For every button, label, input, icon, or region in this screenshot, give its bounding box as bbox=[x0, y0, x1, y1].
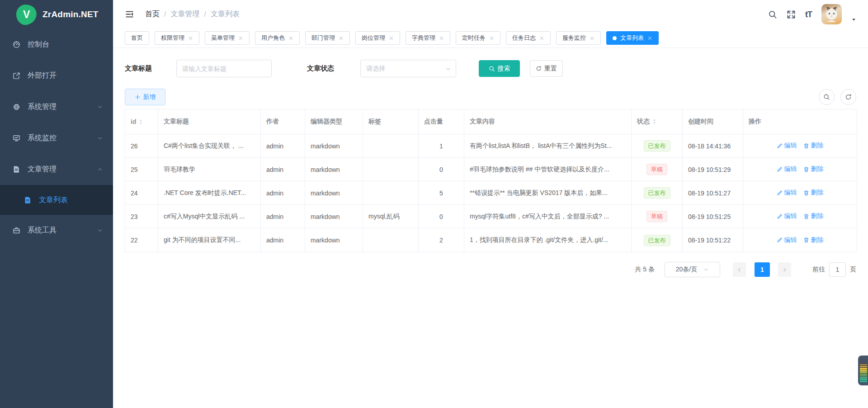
close-icon[interactable] bbox=[339, 36, 344, 41]
goto-page-input[interactable] bbox=[829, 262, 846, 277]
cell-title: c#写入Mysql中文显示乱码 ... bbox=[158, 205, 261, 228]
page-size-select[interactable]: 20条/页 bbox=[665, 262, 720, 277]
tab-scheduled-task[interactable]: 定时任务 bbox=[456, 31, 500, 45]
cell-title: git 为不同的项目设置不同... bbox=[158, 228, 261, 252]
chevron-down-icon bbox=[97, 135, 103, 141]
tab-label: 用户角色 bbox=[261, 34, 285, 42]
sidebar-item-article-management[interactable]: 文章管理 bbox=[0, 154, 113, 185]
cell-content: 有两个list,listA 和listB， listA中有三个属性列为St... bbox=[464, 134, 632, 158]
show-search-button[interactable] bbox=[819, 89, 835, 105]
edit-link[interactable]: 编辑 bbox=[777, 189, 797, 197]
tab-user-role[interactable]: 用户角色 bbox=[255, 31, 300, 45]
article-status-select[interactable]: 请选择 bbox=[360, 60, 456, 77]
user-avatar[interactable] bbox=[821, 4, 842, 24]
sidebar-item-system-tools[interactable]: 系统工具 bbox=[0, 215, 113, 246]
sidebar-collapse-icon[interactable] bbox=[125, 9, 134, 19]
trash-icon bbox=[803, 190, 809, 196]
close-icon[interactable] bbox=[188, 36, 193, 41]
edit-link[interactable]: 编辑 bbox=[777, 165, 797, 173]
tab-permission-management[interactable]: 权限管理 bbox=[155, 31, 199, 45]
tab-home[interactable]: 首页 bbox=[125, 31, 149, 45]
article-title-input[interactable] bbox=[176, 60, 272, 77]
cell-tags bbox=[363, 181, 419, 205]
close-icon[interactable] bbox=[590, 36, 594, 41]
cell-id: 22 bbox=[125, 228, 158, 252]
cell-actions: 编辑删除 bbox=[743, 158, 857, 181]
next-page-button[interactable] bbox=[778, 262, 791, 277]
column-header-label: id bbox=[131, 118, 136, 125]
delete-link[interactable]: 删除 bbox=[803, 212, 824, 220]
sidebar-item-dashboard[interactable]: 控制台 bbox=[0, 29, 113, 60]
text-size-icon[interactable]: tT bbox=[805, 10, 812, 19]
breadcrumb-separator: / bbox=[164, 10, 166, 19]
tab-post-management[interactable]: 岗位管理 bbox=[355, 31, 400, 45]
sidebar-item-external-open[interactable]: 外部打开 bbox=[0, 60, 113, 91]
pencil-icon bbox=[777, 166, 783, 172]
logo-icon: V bbox=[15, 3, 38, 25]
user-menu-caret-icon[interactable] bbox=[851, 17, 856, 22]
tab-label: 首页 bbox=[131, 34, 143, 42]
close-icon[interactable] bbox=[389, 36, 394, 41]
cell-tags: mysql,乱码 bbox=[363, 205, 419, 228]
sidebar-item-article-list[interactable]: 文章列表 bbox=[0, 185, 113, 215]
cell-status: 草稿 bbox=[632, 158, 683, 181]
close-icon[interactable] bbox=[647, 36, 652, 41]
close-icon[interactable] bbox=[238, 36, 243, 41]
status-badge: 草稿 bbox=[646, 164, 667, 175]
page-number-button[interactable]: 1 bbox=[755, 262, 770, 277]
search-icon bbox=[823, 94, 830, 100]
dashboard-icon bbox=[13, 41, 20, 48]
sidebar-submenu: 文章列表 bbox=[0, 185, 113, 215]
theme-picker-handle[interactable] bbox=[858, 356, 868, 385]
tab-dept-management[interactable]: 部门管理 bbox=[305, 31, 350, 45]
sidebar-item-system-monitor[interactable]: 系统监控 bbox=[0, 123, 113, 154]
add-button[interactable]: 新增 bbox=[125, 89, 165, 105]
cell-editor: markdown bbox=[305, 134, 363, 158]
reset-button[interactable]: 重置 bbox=[530, 60, 563, 77]
tab-label: 定时任务 bbox=[462, 34, 486, 42]
cell-content: mysql字符集utf8，c#写入中文后，全部显示成? ... bbox=[464, 205, 632, 228]
tab-article-list[interactable]: 文章列表 bbox=[606, 31, 659, 45]
gear-icon bbox=[13, 103, 20, 111]
cell-id: 23 bbox=[125, 205, 158, 228]
edit-link[interactable]: 编辑 bbox=[777, 236, 797, 244]
delete-link[interactable]: 删除 bbox=[803, 165, 824, 173]
tab-menu-management[interactable]: 菜单管理 bbox=[205, 31, 250, 45]
sidebar-item-label: 系统管理 bbox=[28, 102, 57, 112]
table-row: 22git 为不同的项目设置不同...adminmarkdown21，找到项目所… bbox=[125, 228, 857, 252]
topbar: 首页 / 文章管理 / 文章列表 tT bbox=[113, 0, 868, 28]
tab-dict-management[interactable]: 字典管理 bbox=[406, 31, 450, 45]
sort-icon[interactable] bbox=[652, 119, 657, 124]
breadcrumb-article-management[interactable]: 文章管理 bbox=[170, 9, 199, 19]
tab-task-log[interactable]: 任务日志 bbox=[506, 31, 551, 45]
column-header[interactable]: id bbox=[125, 109, 158, 134]
column-header[interactable]: 状态 bbox=[632, 109, 683, 134]
delete-link[interactable]: 删除 bbox=[803, 236, 824, 244]
close-icon[interactable] bbox=[288, 36, 293, 41]
delete-link[interactable]: 删除 bbox=[803, 189, 824, 197]
edit-link[interactable]: 编辑 bbox=[777, 142, 797, 150]
delete-link[interactable]: 删除 bbox=[803, 142, 824, 150]
fullscreen-icon[interactable] bbox=[787, 10, 796, 19]
close-icon[interactable] bbox=[439, 36, 444, 41]
cell-status: 已发布 bbox=[632, 228, 683, 252]
sidebar-item-system-management[interactable]: 系统管理 bbox=[0, 91, 113, 123]
app-title: ZrAdmin.NET bbox=[42, 9, 99, 19]
close-icon[interactable] bbox=[539, 36, 544, 41]
tab-service-monitor[interactable]: 服务监控 bbox=[556, 31, 601, 45]
close-icon[interactable] bbox=[489, 36, 494, 41]
article-status-label: 文章状态 bbox=[307, 64, 334, 73]
prev-page-button[interactable] bbox=[733, 262, 746, 277]
search-button[interactable]: 搜索 bbox=[479, 60, 520, 77]
cell-created: 08-19 10:51:29 bbox=[683, 158, 743, 181]
search-icon[interactable] bbox=[768, 10, 777, 19]
refresh-table-button[interactable] bbox=[840, 89, 856, 105]
sidebar-item-label: 系统工具 bbox=[28, 226, 57, 235]
breadcrumb-home[interactable]: 首页 bbox=[145, 9, 160, 19]
action-label: 编辑 bbox=[784, 236, 797, 244]
edit-link[interactable]: 编辑 bbox=[777, 212, 797, 220]
chevron-down-icon bbox=[703, 267, 709, 272]
app-logo[interactable]: V ZrAdmin.NET bbox=[0, 0, 113, 29]
column-header-label: 状态 bbox=[637, 118, 650, 125]
sort-icon[interactable] bbox=[138, 119, 143, 125]
